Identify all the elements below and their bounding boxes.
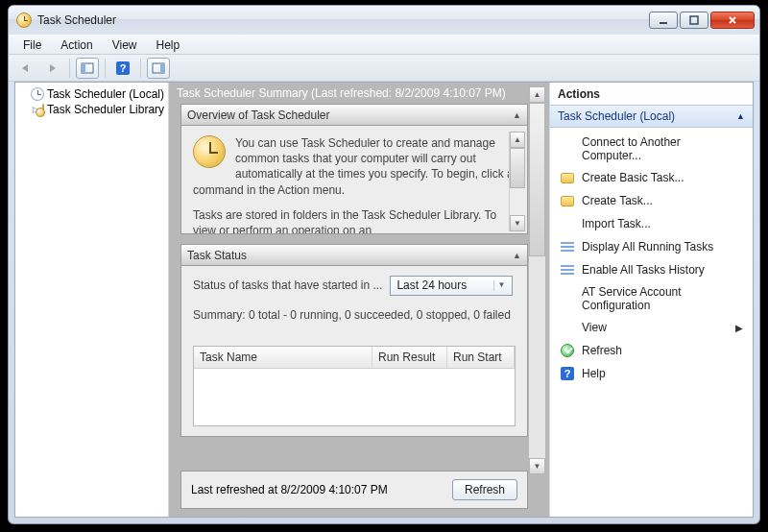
tree-library-label: Task Scheduler Library — [47, 103, 164, 116]
help-button[interactable]: ? — [111, 58, 134, 79]
action-label: Refresh — [582, 344, 622, 357]
menubar: File Action View Help — [9, 35, 759, 55]
last-refreshed-text: Last refreshed at 8/2/2009 4:10:07 PM — [191, 483, 388, 496]
app-window: Task Scheduler File Action View Help — [8, 5, 760, 524]
svg-rect-8 — [561, 250, 574, 252]
action-label: View — [582, 321, 607, 334]
action-label: Help — [582, 367, 606, 380]
blank-icon — [560, 291, 575, 306]
action-connect[interactable]: Connect to Another Computer... — [550, 132, 753, 166]
tree-root-label: Task Scheduler (Local) — [47, 87, 164, 101]
wizard-icon — [560, 170, 575, 185]
app-clock-icon — [16, 12, 32, 28]
task-status-grid[interactable]: Task Name Run Result Run Start — [193, 346, 516, 426]
forward-button[interactable] — [40, 58, 63, 79]
task-status-title: Task Status — [187, 249, 247, 262]
status-range-select[interactable]: Last 24 hours ▼ — [390, 276, 513, 296]
chevron-down-icon: ▼ — [493, 280, 508, 291]
help-icon: ? — [560, 366, 575, 381]
toolbar-separator — [140, 59, 141, 78]
overview-title: Overview of Task Scheduler — [187, 109, 330, 122]
overview-text-2: Tasks are stored in folders in the Task … — [193, 207, 516, 234]
action-at-service[interactable]: AT Service Account Configuration — [550, 281, 753, 316]
action-view-submenu[interactable]: View ▶ — [550, 316, 753, 339]
menu-help[interactable]: Help — [148, 36, 189, 54]
tree-pane[interactable]: Task Scheduler (Local) ▷ Task Scheduler … — [15, 83, 169, 517]
collapse-icon[interactable]: ▲ — [513, 251, 521, 260]
scroll-down-icon[interactable]: ▼ — [529, 458, 545, 474]
submenu-arrow-icon: ▶ — [735, 323, 743, 333]
col-run-start[interactable]: Run Start — [447, 347, 515, 368]
collapse-icon[interactable]: ▲ — [513, 110, 521, 120]
task-status-panel: Task Status ▲ Status of tasks that have … — [180, 244, 528, 437]
list-icon — [560, 239, 575, 254]
blank-icon — [560, 141, 575, 157]
overview-panel: Overview of Task Scheduler ▲ You can use… — [180, 104, 528, 234]
maximize-button[interactable] — [680, 12, 708, 29]
scroll-down-icon[interactable]: ▼ — [510, 215, 525, 231]
action-label: Enable All Tasks History — [582, 263, 705, 277]
actions-scope-label: Task Scheduler (Local) — [558, 109, 675, 123]
col-task-name[interactable]: Task Name — [194, 347, 372, 368]
status-range-value: Last 24 hours — [396, 278, 467, 293]
window-title: Task Scheduler — [37, 13, 641, 27]
menu-view[interactable]: View — [104, 36, 146, 54]
svg-rect-6 — [561, 242, 574, 244]
svg-rect-3 — [82, 63, 85, 73]
scroll-thumb[interactable] — [510, 148, 525, 188]
task-status-header[interactable]: Task Status ▲ — [181, 245, 527, 266]
new-task-icon — [560, 193, 575, 208]
action-import-task[interactable]: Import Task... — [550, 212, 753, 235]
refresh-icon — [560, 343, 575, 358]
show-hide-tree-button[interactable] — [76, 58, 99, 79]
col-run-result[interactable]: Run Result — [372, 347, 447, 368]
scroll-up-icon[interactable]: ▲ — [510, 132, 525, 148]
history-icon — [560, 262, 575, 278]
center-footer: Last refreshed at 8/2/2009 4:10:07 PM Re… — [180, 471, 528, 509]
toolbar-separator — [69, 59, 70, 78]
action-refresh[interactable]: Refresh — [550, 339, 753, 362]
actions-title: Actions — [550, 83, 753, 105]
tree-root[interactable]: Task Scheduler (Local) — [17, 86, 166, 102]
action-create-task[interactable]: Create Task... — [550, 189, 753, 212]
scroll-up-icon[interactable]: ▲ — [529, 86, 545, 103]
actions-pane: Actions Task Scheduler (Local) ▲ Connect… — [549, 83, 753, 517]
toolbar-separator — [105, 59, 106, 78]
tree-library[interactable]: ▷ Task Scheduler Library — [17, 102, 166, 117]
center-scrollbar[interactable]: ▲ ▼ — [529, 86, 545, 474]
titlebar[interactable]: Task Scheduler — [9, 6, 759, 35]
action-label: Display All Running Tasks — [582, 240, 713, 254]
overview-header[interactable]: Overview of Task Scheduler ▲ — [181, 105, 527, 126]
blank-icon — [560, 320, 575, 335]
action-help[interactable]: ? Help — [550, 362, 753, 385]
action-display-running[interactable]: Display All Running Tasks — [550, 235, 753, 258]
refresh-button[interactable]: Refresh — [452, 479, 517, 500]
overview-scrollbar[interactable]: ▲ ▼ — [509, 132, 525, 231]
action-label: Create Basic Task... — [582, 171, 684, 184]
svg-rect-7 — [561, 246, 574, 248]
scroll-thumb[interactable] — [529, 103, 545, 256]
svg-rect-10 — [561, 269, 574, 271]
collapse-icon[interactable]: ▲ — [736, 111, 745, 121]
center-pane: Task Scheduler Summary (Last refreshed: … — [169, 83, 549, 517]
svg-rect-5 — [160, 63, 164, 73]
workspace: Task Scheduler (Local) ▷ Task Scheduler … — [14, 82, 754, 518]
overview-clock-icon — [193, 135, 226, 168]
action-label: AT Service Account Configuration — [582, 285, 743, 312]
help-icon: ? — [116, 61, 130, 75]
status-summary-text: Summary: 0 total - 0 running, 0 succeede… — [193, 307, 516, 323]
menu-action[interactable]: Action — [52, 36, 101, 54]
action-label: Create Task... — [582, 194, 653, 207]
action-create-basic-task[interactable]: Create Basic Task... — [550, 166, 753, 189]
minimize-button[interactable] — [649, 12, 678, 29]
back-button[interactable] — [14, 58, 37, 79]
summary-heading: Task Scheduler Summary (Last refreshed: … — [169, 83, 549, 104]
svg-rect-11 — [561, 273, 574, 275]
close-button[interactable] — [710, 12, 755, 29]
action-enable-history[interactable]: Enable All Tasks History — [550, 258, 753, 281]
show-hide-actions-button[interactable] — [147, 58, 170, 79]
svg-rect-0 — [660, 22, 667, 24]
action-label: Connect to Another Computer... — [582, 135, 743, 162]
menu-file[interactable]: File — [14, 36, 50, 54]
actions-scope-header[interactable]: Task Scheduler (Local) ▲ — [550, 105, 753, 128]
